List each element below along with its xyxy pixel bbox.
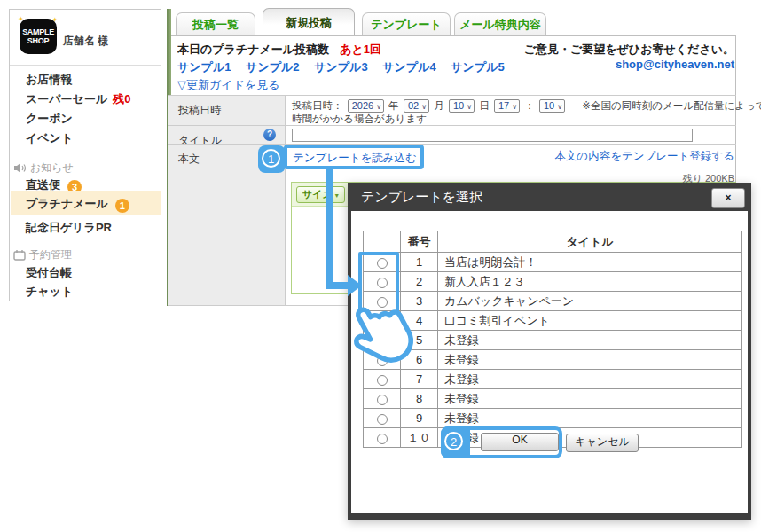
sidebar-item-event[interactable]: イベント (26, 130, 73, 146)
table-row: 8未登録 (364, 389, 742, 409)
minute-select[interactable]: 10∨ (539, 99, 565, 113)
section-notice: お知らせ (13, 160, 74, 176)
logo-text-line1: SAMPLE (22, 27, 54, 36)
logo-text-line2: SHOP (27, 36, 49, 45)
template-radio-8[interactable] (377, 395, 388, 405)
form-row-title: タイトル ? (168, 125, 736, 144)
super-sale-remaining: 残0 (113, 92, 130, 106)
sample-link-2[interactable]: サンプル2 (246, 60, 299, 74)
sidebar-item-shop-info[interactable]: お店情報 (26, 72, 72, 88)
template-radio-10[interactable] (377, 434, 388, 444)
title-column-header: タイトル (438, 231, 742, 253)
sidebar-item-super-sale[interactable]: スーパーセール残0 (26, 91, 130, 107)
table-row: 2新人入店１２３ (364, 272, 742, 292)
datetime-controls: 投稿日時： 2026∨ 年 02∨ 月 10∨ 日 17∨ ： 10∨ ※全国の… (292, 99, 761, 113)
step2-badge: 2 (441, 428, 468, 456)
sample-links: サンプル1 サンプル2 サンプル3 サンプル4 サンプル5 (177, 59, 516, 75)
sidebar-item-anniversary-pr[interactable]: 記念日ゲリラPR (26, 220, 112, 236)
help-icon[interactable]: ? (263, 129, 276, 141)
feedback-email-link[interactable]: shop@cityheaven.net (616, 58, 734, 71)
table-row: 1当店は明朗会計！ (364, 253, 742, 272)
table-header-row: 番号 タイトル (364, 231, 742, 253)
sample-link-4[interactable]: サンプル4 (382, 60, 435, 74)
account-name: 店舗名 様 (63, 34, 108, 49)
sidebar: ✦ ✦ SAMPLE SHOP 店舗名 様 お店情報 スーパーセール残0 クーポ… (9, 9, 161, 301)
shop-logo: ✦ ✦ SAMPLE SHOP (20, 19, 57, 54)
hour-select[interactable]: 17∨ (494, 99, 520, 113)
number-column-header: 番号 (401, 231, 438, 253)
table-row: 7未登録 (364, 370, 742, 389)
table-row: 3カムバックキャンペーン (364, 292, 742, 311)
annotation-arrow-line (326, 282, 349, 289)
section-reserve: 予約管理 (13, 247, 72, 262)
sidebar-item-reception-book[interactable]: 受付台帳 (26, 265, 72, 281)
datetime-note: ※全国の同時刻のメール配信量によっては、配信完了にお (582, 100, 761, 111)
table-row: 9未登録 (364, 409, 742, 428)
tab-template[interactable]: テンプレート (362, 12, 451, 35)
tab-post-list[interactable]: 投稿一覧 (176, 12, 255, 35)
day-select[interactable]: 10∨ (449, 99, 475, 113)
radio-column-header (364, 231, 401, 253)
size-dropdown-button[interactable]: サイズ ▾ (296, 186, 345, 203)
month-select[interactable]: 02∨ (404, 99, 429, 113)
title-input[interactable] (292, 129, 693, 142)
update-guide-link[interactable]: ▽更新ガイドを見る (177, 77, 280, 93)
sidebar-item-platinum-mail[interactable]: プラチナメール1 (26, 196, 129, 213)
year-select[interactable]: 2026∨ (348, 99, 384, 113)
calendar-icon (13, 249, 26, 261)
cancel-button[interactable]: キャンセル (566, 434, 639, 452)
quota-text: 本日のプラチナメール投稿数あと1回 (177, 42, 381, 58)
dialog-title: テンプレートを選択 (361, 189, 482, 206)
datetime-note-line2: 時間がかかる場合があります (292, 113, 427, 126)
sample-link-3[interactable]: サンプル3 (314, 60, 367, 74)
sparkle-icon: ✦ (18, 15, 23, 24)
divider (10, 65, 161, 66)
sparkle-icon: ✦ (52, 16, 58, 25)
step1-highlight-box (284, 145, 424, 169)
notification-badge: 1 (115, 199, 129, 213)
tab-new-post[interactable]: 新規投稿 (263, 8, 355, 35)
close-icon[interactable]: × (711, 188, 745, 208)
sidebar-item-chat[interactable]: チャット (26, 284, 73, 300)
step1-badge: 1 (258, 145, 286, 173)
title-label: タイトル ? (168, 126, 286, 144)
datetime-label: 投稿日時 (168, 96, 286, 125)
template-radio-9[interactable] (377, 414, 388, 425)
form-row-datetime: 投稿日時 投稿日時： 2026∨ 年 02∨ 月 10∨ 日 17∨ ： 10∨… (168, 95, 736, 125)
sample-link-5[interactable]: サンプル5 (451, 60, 504, 74)
app-window: ✦ ✦ SAMPLE SHOP 店舗名 様 お店情報 スーパーセール残0 クーポ… (0, 0, 761, 532)
annotation-arrow-line (326, 168, 333, 289)
sidebar-item-coupon[interactable]: クーポン (26, 111, 73, 127)
tab-mail-bonus[interactable]: メール特典内容 (454, 12, 546, 35)
quota-remaining: あと1回 (340, 43, 381, 56)
sample-link-1[interactable]: サンプル1 (177, 60, 231, 74)
speaker-icon (13, 162, 27, 174)
